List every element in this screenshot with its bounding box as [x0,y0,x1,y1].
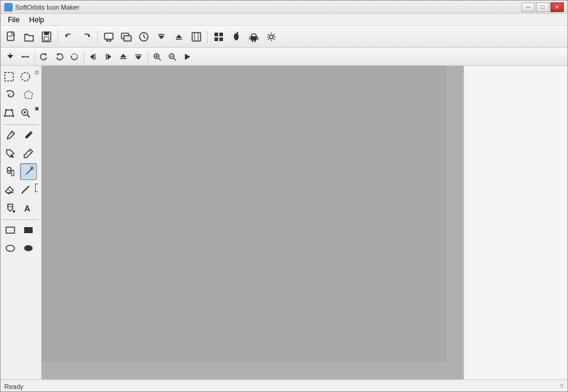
move-h-btn[interactable] [18,50,33,64]
tool-row-3 [2,104,40,121]
open-button[interactable] [21,28,37,45]
play-btn[interactable] [180,50,195,64]
ellipse-select-tool[interactable] [18,68,32,85]
svg-line-74 [22,186,29,193]
apple-platform[interactable] [228,28,245,45]
tool-row-5 [2,145,40,162]
rect-filled-tool[interactable] [20,222,37,239]
tool-divider-1 [3,124,39,125]
title-bar: SoftOrbits Icon Maker ─ □ ✕ [1,1,567,14]
resize-grip: ⠿ [560,383,564,390]
dot-3 [35,184,38,192]
history-button[interactable] [135,28,152,45]
svg-rect-78 [24,227,33,233]
menu-help[interactable]: Help [24,14,49,25]
rotate-cw-btn[interactable] [52,50,66,64]
undo-button[interactable] [60,28,77,45]
redo-button[interactable] [78,28,95,45]
menu-bar: File Help [1,14,567,26]
zoom-in-btn[interactable] [150,50,164,64]
flip-h-button[interactable] [170,28,187,45]
left-btn[interactable] [86,50,100,64]
svg-rect-25 [219,33,223,36]
svg-marker-34 [7,55,13,59]
rect-select-tool[interactable] [2,68,16,85]
android-platform[interactable] [245,28,262,45]
paint-bucket-tool[interactable] [2,199,19,216]
toolbox: A [1,66,42,379]
close-button[interactable]: ✕ [550,2,564,12]
lasso-tool[interactable] [2,86,19,103]
tool-row-2 [2,86,40,103]
tool-row-9 [2,222,40,239]
eyedropper-tool[interactable] [2,127,19,144]
app-icon [4,3,13,11]
tool-divider-2 [3,219,39,220]
svg-rect-8 [105,33,113,39]
save-button[interactable] [38,28,55,45]
canvas[interactable] [42,66,447,362]
svg-marker-43 [108,54,111,60]
svg-marker-17 [158,36,164,39]
svg-line-67 [11,132,13,135]
dot-column-3 [34,181,40,198]
free-transform-tool[interactable] [2,104,16,121]
canvas-area[interactable] [42,66,463,379]
window-controls: ─ □ ✕ [521,2,564,12]
rotate-ccw-btn[interactable] [37,50,51,64]
text-tool[interactable]: A [20,199,37,216]
clone-tool[interactable] [2,163,19,180]
svg-rect-57 [5,72,13,81]
svg-line-32 [257,37,258,39]
zoom-out-btn[interactable] [165,50,179,64]
batch-button[interactable] [188,28,205,45]
svg-line-64 [27,115,30,117]
svg-point-70 [7,167,11,171]
svg-line-31 [250,37,250,39]
rotate-180-btn[interactable] [67,50,82,64]
svg-point-80 [24,245,33,251]
settings-button[interactable] [263,28,280,45]
minimize-button[interactable]: ─ [521,2,535,12]
eraser-tool[interactable] [2,181,16,198]
svg-marker-39 [45,53,47,56]
windows-platform[interactable] [210,28,227,45]
right-btn[interactable] [101,50,115,64]
tool-row-10 [2,240,40,257]
down-btn[interactable] [131,50,146,64]
eyedropper2-tool[interactable] [20,127,37,144]
pen-tool[interactable] [20,163,37,180]
svg-line-69 [29,150,31,153]
menu-file[interactable]: File [3,14,24,25]
pencil-tool[interactable] [20,145,37,162]
flip-v-button[interactable] [153,28,170,45]
move-down-btn[interactable] [3,50,18,64]
svg-point-58 [21,72,30,81]
dot-column-1 [34,68,40,85]
svg-point-33 [269,35,273,39]
svg-marker-45 [120,54,126,57]
ellipse-outline-tool[interactable] [2,240,19,257]
zoom-tool[interactable] [18,104,32,121]
export-button[interactable] [118,28,135,45]
import-button[interactable] [100,28,117,45]
line-tool[interactable] [18,181,32,198]
svg-rect-13 [124,36,131,41]
poly-select-tool[interactable] [20,86,37,103]
maximize-button[interactable]: □ [536,2,549,12]
rect-outline-tool[interactable] [2,222,19,239]
svg-marker-40 [56,53,59,56]
svg-line-54 [173,58,176,60]
up-btn[interactable] [116,50,131,64]
new-button[interactable] [3,28,20,45]
svg-point-29 [252,34,253,36]
app-title: SoftOrbits Icon Maker [15,4,79,11]
ellipse-filled-tool[interactable] [20,240,37,257]
svg-point-60 [11,109,13,111]
fill-tool[interactable] [2,145,19,162]
dot-column-2 [34,104,40,121]
dot-2 [35,107,39,111]
toolbar-secondary [1,48,567,66]
svg-rect-4 [44,32,49,35]
svg-point-61 [13,115,15,117]
